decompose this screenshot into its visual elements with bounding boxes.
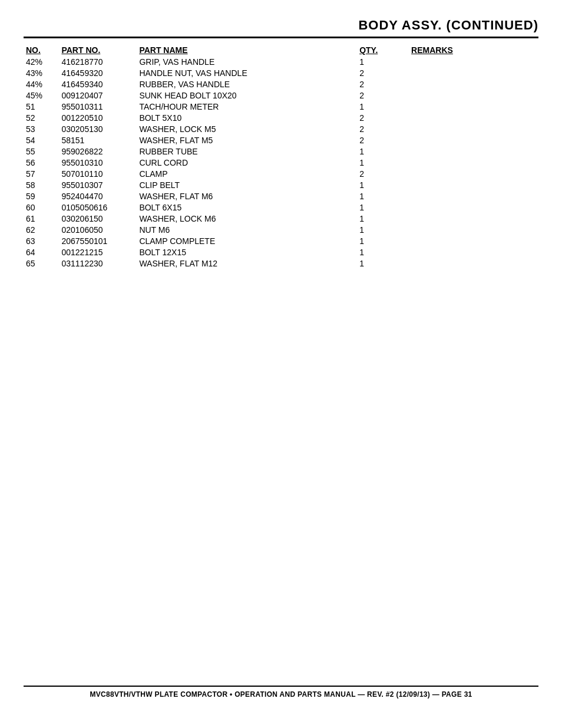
cell-part_no: 2067550101 — [59, 235, 137, 246]
cell-part_no: 031112230 — [59, 258, 137, 269]
cell-part_name: WASHER, FLAT M6 — [137, 190, 357, 202]
col-header-part-no: PART NO. — [59, 44, 137, 56]
table-row: 56955010310CURL CORD1 — [24, 157, 538, 168]
cell-qty: 1 — [357, 179, 409, 190]
cell-no: 55 — [24, 146, 59, 157]
cell-remarks — [409, 246, 538, 258]
cell-qty: 1 — [357, 235, 409, 246]
parts-table: NO. PART NO. PART NAME QTY. REMARKS 42%4… — [24, 44, 538, 269]
cell-part_name: CLAMP — [137, 168, 357, 179]
cell-remarks — [409, 157, 538, 168]
cell-no: 58 — [24, 179, 59, 190]
cell-qty: 1 — [357, 213, 409, 224]
cell-part_no: 030206150 — [59, 213, 137, 224]
cell-no: 42% — [24, 56, 59, 67]
cell-remarks — [409, 235, 538, 246]
cell-remarks — [409, 258, 538, 269]
cell-part_no: 416459320 — [59, 67, 137, 78]
cell-remarks — [409, 67, 538, 78]
cell-no: 45% — [24, 90, 59, 101]
cell-remarks — [409, 224, 538, 235]
cell-remarks — [409, 123, 538, 134]
cell-qty: 1 — [357, 146, 409, 157]
cell-part_name: CURL CORD — [137, 157, 357, 168]
table-row: 42%416218770GRIP, VAS HANDLE1 — [24, 56, 538, 67]
col-header-qty: QTY. — [357, 44, 409, 56]
page-title: BODY ASSY. (CONTINUED) — [24, 18, 538, 38]
table-row: 632067550101CLAMP COMPLETE1 — [24, 235, 538, 246]
cell-remarks — [409, 202, 538, 213]
cell-remarks — [409, 134, 538, 146]
table-row: 43%416459320HANDLE NUT, VAS HANDLE2 — [24, 67, 538, 78]
footer: MVC88VTH/VTHW PLATE COMPACTOR • OPERATIO… — [24, 686, 538, 699]
col-header-remarks: REMARKS — [409, 44, 538, 56]
cell-part_name: RUBBER, VAS HANDLE — [137, 78, 357, 90]
cell-no: 56 — [24, 157, 59, 168]
cell-qty: 2 — [357, 78, 409, 90]
cell-part_name: WASHER, LOCK M6 — [137, 213, 357, 224]
cell-part_no: 507010110 — [59, 168, 137, 179]
cell-part_name: CLAMP COMPLETE — [137, 235, 357, 246]
table-row: 53030205130WASHER, LOCK M52 — [24, 123, 538, 134]
cell-no: 51 — [24, 101, 59, 112]
cell-part_name: WASHER, FLAT M12 — [137, 258, 357, 269]
cell-no: 61 — [24, 213, 59, 224]
cell-part_name: GRIP, VAS HANDLE — [137, 56, 357, 67]
table-row: 55959026822RUBBER TUBE1 — [24, 146, 538, 157]
cell-remarks — [409, 213, 538, 224]
table-row: 51955010311TACH/HOUR METER1 — [24, 101, 538, 112]
cell-no: 57 — [24, 168, 59, 179]
cell-remarks — [409, 56, 538, 67]
cell-part_name: TACH/HOUR METER — [137, 101, 357, 112]
cell-part_no: 959026822 — [59, 146, 137, 157]
cell-no: 52 — [24, 112, 59, 123]
cell-no: 62 — [24, 224, 59, 235]
table-row: 44%416459340RUBBER, VAS HANDLE2 — [24, 78, 538, 90]
cell-no: 63 — [24, 235, 59, 246]
cell-part_no: 955010307 — [59, 179, 137, 190]
cell-qty: 2 — [357, 123, 409, 134]
col-header-part-name: PART NAME — [137, 44, 357, 56]
cell-no: 54 — [24, 134, 59, 146]
table-body: 42%416218770GRIP, VAS HANDLE143%41645932… — [24, 56, 538, 269]
cell-qty: 2 — [357, 134, 409, 146]
cell-qty: 1 — [357, 202, 409, 213]
cell-qty: 2 — [357, 67, 409, 78]
cell-part_no: 030205130 — [59, 123, 137, 134]
cell-part_no: 952404470 — [59, 190, 137, 202]
cell-qty: 1 — [357, 56, 409, 67]
table-row: 62020106050NUT M61 — [24, 224, 538, 235]
cell-part_name: NUT M6 — [137, 224, 357, 235]
cell-part_no: 0105050616 — [59, 202, 137, 213]
cell-remarks — [409, 168, 538, 179]
cell-part_no: 009120407 — [59, 90, 137, 101]
cell-no: 53 — [24, 123, 59, 134]
cell-remarks — [409, 112, 538, 123]
cell-part_no: 416459340 — [59, 78, 137, 90]
cell-qty: 1 — [357, 101, 409, 112]
cell-part_no: 416218770 — [59, 56, 137, 67]
cell-no: 43% — [24, 67, 59, 78]
cell-qty: 1 — [357, 224, 409, 235]
col-header-no: NO. — [24, 44, 59, 56]
table-row: 5458151WASHER, FLAT M52 — [24, 134, 538, 146]
cell-part_no: 001220510 — [59, 112, 137, 123]
cell-part_name: HANDLE NUT, VAS HANDLE — [137, 67, 357, 78]
cell-remarks — [409, 90, 538, 101]
cell-remarks — [409, 78, 538, 90]
cell-qty: 2 — [357, 90, 409, 101]
cell-part_no: 001221215 — [59, 246, 137, 258]
cell-remarks — [409, 179, 538, 190]
table-row: 61030206150WASHER, LOCK M61 — [24, 213, 538, 224]
cell-no: 64 — [24, 246, 59, 258]
table-row: 59952404470WASHER, FLAT M61 — [24, 190, 538, 202]
cell-qty: 1 — [357, 157, 409, 168]
table-row: 65031112230WASHER, FLAT M121 — [24, 258, 538, 269]
cell-part_name: BOLT 6X15 — [137, 202, 357, 213]
cell-no: 44% — [24, 78, 59, 90]
table-row: 64001221215BOLT 12X151 — [24, 246, 538, 258]
cell-qty: 1 — [357, 258, 409, 269]
cell-no: 59 — [24, 190, 59, 202]
cell-remarks — [409, 190, 538, 202]
cell-part_no: 020106050 — [59, 224, 137, 235]
